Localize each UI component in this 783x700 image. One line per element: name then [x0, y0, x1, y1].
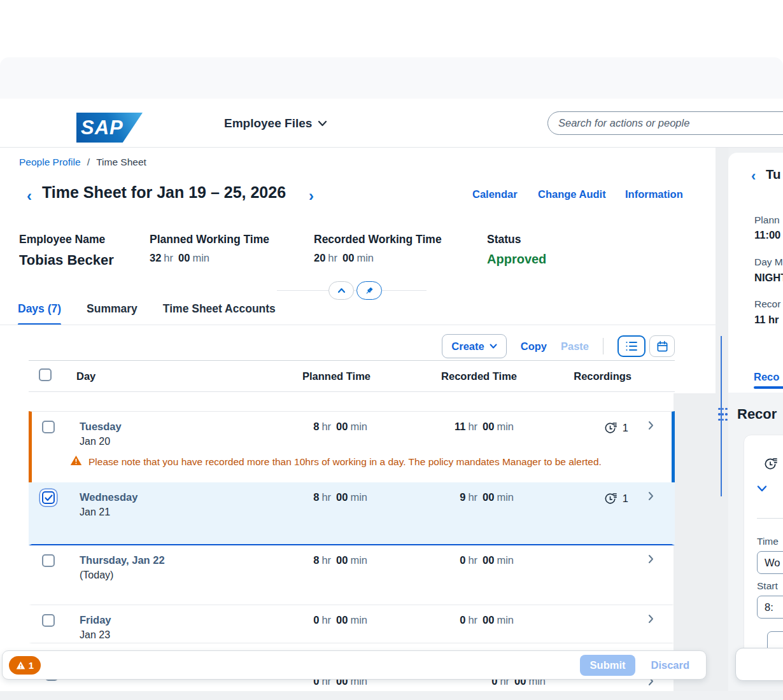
pin-icon	[364, 286, 374, 296]
chevron-right-icon[interactable]	[648, 421, 654, 452]
recordings-count: 1	[623, 493, 628, 505]
day-label: Friday	[80, 614, 253, 626]
row-checkbox[interactable]	[42, 554, 55, 567]
collapse-header-button[interactable]	[328, 281, 354, 300]
app-header: SAP Employee Files	[0, 99, 783, 148]
day-label: Tuesday	[80, 421, 253, 433]
table-toolbar: Create Copy Paste	[442, 333, 675, 359]
recorded-time-value: 11hr00min	[367, 412, 514, 452]
warning-count-badge[interactable]: 1	[9, 656, 41, 675]
time-recording-icon	[763, 456, 779, 472]
planned-time-value: 11:00	[754, 229, 780, 241]
row-checkbox[interactable]	[42, 421, 55, 433]
table-row-friday[interactable]: Friday Jan 23 0hr00min 0hr00min	[29, 605, 675, 643]
recorded-time-value: 0hr00min	[367, 605, 514, 643]
day-details-card: ‹ Tu Plann 11:00 Day M NIGHT Recor 11 hr…	[728, 153, 783, 393]
planned-working-time-label: Planned Working Time	[150, 233, 269, 246]
planned-time-value: 8hr00min	[253, 412, 367, 452]
tab-summary[interactable]: Summary	[87, 302, 138, 325]
back-chevron-icon[interactable]: ‹	[751, 168, 756, 185]
panel-title: Tu	[766, 167, 781, 182]
chevron-right-icon[interactable]	[648, 491, 654, 544]
table-row-thursday[interactable]: Thursday, Jan 22 (Today) 8hr00min 0hr00m…	[29, 545, 675, 605]
recordings-heading: Recor	[737, 406, 777, 423]
chevron-down-icon[interactable]	[757, 485, 767, 492]
planned-time-label: Plann	[754, 214, 780, 226]
day-label: Wednesday	[80, 491, 253, 503]
time-type-select[interactable]: Wo	[757, 551, 783, 574]
recorded-working-time-value: 20hr00min	[314, 252, 374, 264]
panel-footer-bar	[735, 648, 783, 681]
warning-icon	[16, 661, 25, 669]
chevron-down-icon	[318, 120, 327, 127]
day-label: Thursday, Jan 22	[80, 554, 253, 566]
recordings-count: 1	[623, 422, 628, 434]
search-input[interactable]	[547, 111, 783, 135]
day-details-panel: ‹ Tu Plann 11:00 Day M NIGHT Recor 11 hr…	[728, 148, 783, 691]
timesheet-pane: People Profile / Time Sheet ‹ Time Sheet…	[0, 148, 716, 691]
page-title: Time Sheet for Jan 19 – 25, 2026	[42, 183, 286, 202]
discard-button[interactable]: Discard	[651, 659, 689, 671]
chevron-up-icon	[337, 288, 346, 293]
calendar-view-button[interactable]	[649, 335, 675, 357]
employee-name-value: Tobias Becker	[19, 252, 114, 269]
tab-recordings[interactable]: Reco	[754, 371, 779, 383]
list-view-button[interactable]	[617, 335, 645, 357]
row-checkbox-checked[interactable]	[42, 491, 55, 504]
planned-time-value: 0hr00min	[253, 605, 367, 643]
table-header-row: Day Planned Time Recorded Time Recording…	[29, 360, 675, 392]
select-all-checkbox[interactable]	[39, 368, 52, 381]
copy-button[interactable]: Copy	[521, 340, 547, 353]
create-button-label: Create	[451, 340, 484, 353]
chevron-right-icon[interactable]	[648, 554, 654, 605]
employee-name-label: Employee Name	[19, 233, 105, 246]
app-menu-dropdown[interactable]: Employee Files	[224, 99, 327, 148]
toolbar-divider	[603, 338, 603, 354]
planned-time-value: 8hr00min	[253, 545, 367, 605]
paste-button[interactable]: Paste	[561, 340, 589, 353]
time-recording-icon	[603, 491, 618, 506]
previous-week-button[interactable]: ‹	[27, 187, 32, 205]
pane-background	[674, 393, 716, 691]
tabstrip-divider	[0, 325, 716, 325]
recorded-time-value: 0hr00min	[367, 545, 514, 605]
information-link[interactable]: Information	[625, 188, 683, 200]
planned-time-value: 8hr00min	[253, 482, 367, 544]
next-week-button[interactable]: ›	[309, 187, 314, 205]
start-time-input[interactable]: 8:	[757, 596, 783, 619]
date-label: (Today)	[80, 570, 253, 581]
change-audit-link[interactable]: Change Audit	[538, 188, 606, 200]
column-header-recordings: Recordings	[517, 370, 631, 382]
overtime-warning-message: Please note that you have recorded more …	[88, 455, 602, 473]
table-row-tuesday[interactable]: Tuesday Jan 20 8hr00min 11hr00min 1	[29, 411, 675, 482]
calendar-link[interactable]: Calendar	[472, 188, 518, 200]
view-tabs: Days (7) Summary Time Sheet Accounts	[18, 302, 276, 325]
status-label: Status	[487, 233, 521, 246]
submit-button[interactable]: Submit	[580, 655, 636, 676]
date-label: Jan 23	[80, 629, 253, 641]
status-badge: Approved	[487, 252, 546, 267]
column-header-planned-time: Planned Time	[256, 370, 370, 382]
day-model-label: Day M	[754, 256, 783, 268]
create-button[interactable]: Create	[442, 334, 506, 358]
chevron-right-icon[interactable]	[648, 614, 654, 643]
tab-days[interactable]: Days (7)	[18, 302, 61, 325]
time-type-label: Time	[757, 536, 779, 547]
card-divider	[757, 518, 783, 519]
warning-icon	[70, 455, 82, 473]
pin-header-button[interactable]	[356, 281, 382, 300]
breadcrumb: People Profile / Time Sheet	[19, 157, 146, 168]
row-checkbox[interactable]	[42, 614, 55, 627]
timesheet-summary: Employee Name Tobias Becker Planned Work…	[0, 233, 716, 290]
recorded-time-value: 9hr00min	[367, 482, 514, 544]
app-menu-label: Employee Files	[224, 116, 312, 130]
breadcrumb-people-profile[interactable]: People Profile	[19, 157, 81, 167]
splitter-drag-handle-icon[interactable]	[717, 406, 728, 423]
recorded-working-time-label: Recorded Working Time	[314, 233, 442, 246]
breadcrumb-current: Time Sheet	[96, 157, 146, 167]
time-recording-icon	[603, 421, 618, 435]
tab-time-sheet-accounts[interactable]: Time Sheet Accounts	[163, 302, 276, 325]
footer-action-bar: 1 Submit Discard	[2, 650, 707, 680]
pane-splitter[interactable]	[716, 148, 728, 691]
table-row-wednesday[interactable]: Wednesday Jan 21 8hr00min 9hr00min 1	[29, 482, 675, 545]
